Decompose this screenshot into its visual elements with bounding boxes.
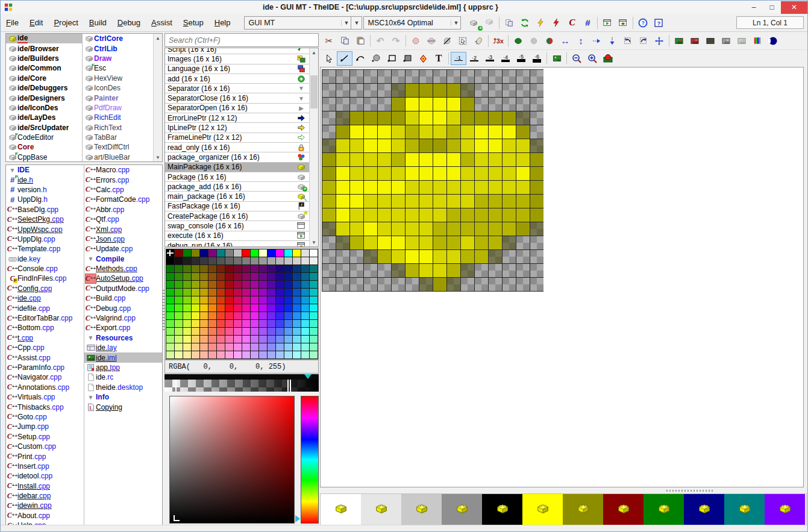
pixel-cell[interactable] — [406, 98, 419, 111]
palette-swatch[interactable] — [284, 327, 293, 336]
palette-swatch[interactable] — [191, 257, 200, 265]
palette-swatch[interactable] — [225, 335, 234, 343]
palette-swatch[interactable] — [284, 319, 293, 328]
palette-swatch[interactable] — [174, 351, 183, 359]
palette-swatch[interactable] — [166, 272, 175, 281]
list-item-outputmode-cpp[interactable]: C++OutputMode.cpp — [84, 284, 162, 293]
icon-preview-tile[interactable] — [765, 494, 805, 525]
palette-swatch[interactable] — [309, 288, 318, 296]
list-item-virtuals-cpp[interactable]: C++Virtuals.cpp — [6, 392, 84, 402]
pixel-cell[interactable] — [378, 222, 391, 236]
list-item-cppbase[interactable]: FCppBase — [6, 152, 82, 161]
palette-swatch[interactable] — [233, 319, 242, 328]
image-item-language[interactable]: Language (16 x 16) — [165, 64, 318, 74]
pixel-cell[interactable] — [489, 222, 502, 236]
img-red-button[interactable] — [687, 34, 703, 48]
menu-file[interactable]: File — [1, 16, 24, 30]
palette-swatch[interactable] — [208, 304, 217, 312]
palette-swatch[interactable] — [258, 335, 268, 343]
palette-swatch[interactable] — [292, 272, 301, 281]
lightning-yellow-button[interactable] — [533, 16, 548, 30]
pixel-cell[interactable] — [447, 111, 460, 125]
package-add-button[interactable]: + — [466, 16, 481, 30]
curve-button[interactable] — [352, 51, 368, 66]
pixel-cell[interactable] — [350, 236, 363, 249]
window-execute-button[interactable] — [600, 16, 615, 30]
pixel-cell[interactable] — [406, 222, 419, 236]
pixel-cell[interactable] — [530, 278, 543, 291]
pixel-cell[interactable] — [447, 153, 460, 166]
pixel-cell[interactable] — [433, 139, 446, 152]
palette-swatch[interactable] — [208, 264, 217, 273]
palette-swatch[interactable] — [258, 296, 268, 304]
pixel-cell[interactable] — [503, 278, 516, 291]
palette-swatch[interactable] — [183, 249, 192, 257]
pixel-cell[interactable] — [322, 250, 336, 263]
palette-swatch[interactable] — [267, 280, 276, 289]
palette-swatch[interactable] — [174, 311, 183, 320]
palette-swatch[interactable] — [216, 257, 225, 265]
pixel-cell[interactable] — [392, 70, 405, 83]
image-item-package_organizer[interactable]: package_organizer (16 x 16) — [165, 152, 318, 162]
palette-swatch[interactable] — [267, 327, 276, 336]
menu-help[interactable]: Help — [209, 16, 236, 30]
palette-swatch[interactable] — [284, 351, 293, 359]
dither-button[interactable] — [526, 34, 542, 48]
palette-swatch[interactable] — [258, 264, 268, 273]
pixel-cell[interactable] — [475, 208, 488, 222]
list-item-ide-laydes[interactable]: ide/LayDes — [6, 113, 82, 122]
palette-swatch[interactable] — [233, 335, 242, 343]
list-item-codeeditor[interactable]: FCodeEditor — [6, 133, 82, 142]
pixel-cell[interactable] — [503, 111, 516, 125]
palette-swatch[interactable] — [174, 296, 183, 304]
pixel-cell[interactable] — [392, 139, 405, 152]
pixel-cell[interactable] — [364, 195, 377, 208]
palette-swatch[interactable] — [242, 264, 251, 273]
pixel-cell[interactable] — [503, 98, 516, 111]
list-item-paraminfo-cpp[interactable]: C++ParamInfo.cpp — [6, 363, 84, 372]
pixel-cell[interactable] — [378, 278, 391, 291]
pixel-cell[interactable] — [378, 70, 391, 83]
pixel-cell[interactable] — [406, 153, 419, 166]
palette-swatch[interactable] — [284, 343, 293, 351]
pixel-cell[interactable] — [461, 278, 474, 291]
rotate-cw-button[interactable] — [636, 34, 651, 48]
list-item-setup-cpp[interactable]: C++Setup.cpp — [6, 432, 84, 442]
list-item-selectpkg-cpp[interactable]: C++SelectPkg.cpp — [6, 214, 84, 224]
palette-swatch[interactable] — [199, 280, 208, 289]
palette-swatch[interactable] — [242, 304, 251, 312]
preview-splitter[interactable] — [320, 487, 807, 493]
palette-swatch[interactable] — [166, 280, 175, 289]
list-item-valgrind-cpp[interactable]: C++Valgrind.cpp — [84, 313, 162, 323]
palette-swatch[interactable] — [166, 327, 175, 336]
pixel-cell[interactable] — [336, 236, 349, 249]
palette-swatch[interactable] — [174, 264, 183, 273]
palette-swatch[interactable] — [292, 343, 301, 351]
pixel-cell[interactable] — [516, 84, 530, 97]
copy-files-button[interactable] — [501, 16, 517, 30]
pixel-cell[interactable] — [489, 195, 502, 208]
list-item-icondes[interactable]: IconDes — [83, 83, 162, 93]
pixel-cell[interactable] — [475, 84, 488, 97]
pixel-cell[interactable] — [503, 181, 516, 194]
palette-swatch[interactable] — [225, 272, 234, 281]
config-dropdown-button[interactable]: ▼ — [351, 16, 362, 30]
pixel-cell[interactable] — [489, 98, 502, 111]
list-item-hexview[interactable]: HexView — [83, 74, 162, 83]
palette-swatch[interactable] — [191, 327, 200, 336]
pixel-cell[interactable] — [336, 181, 349, 194]
palette-swatch[interactable] — [166, 311, 175, 320]
palette-swatch[interactable] — [292, 249, 301, 257]
pixel-cell[interactable] — [392, 181, 405, 194]
palette-swatch[interactable] — [250, 264, 259, 273]
palette-swatch[interactable] — [183, 351, 192, 359]
pixel-cell[interactable] — [516, 153, 530, 166]
list-item-ide-lay[interactable]: ide.lay — [84, 343, 162, 352]
pixel-cell[interactable] — [392, 167, 405, 180]
palette-swatch[interactable] — [309, 319, 318, 328]
pixel-cell[interactable] — [433, 70, 446, 83]
copy-button[interactable] — [337, 34, 352, 48]
img-dark-button[interactable] — [703, 34, 718, 48]
pixel-cell[interactable] — [322, 208, 336, 222]
pixel-cell[interactable] — [503, 208, 516, 222]
